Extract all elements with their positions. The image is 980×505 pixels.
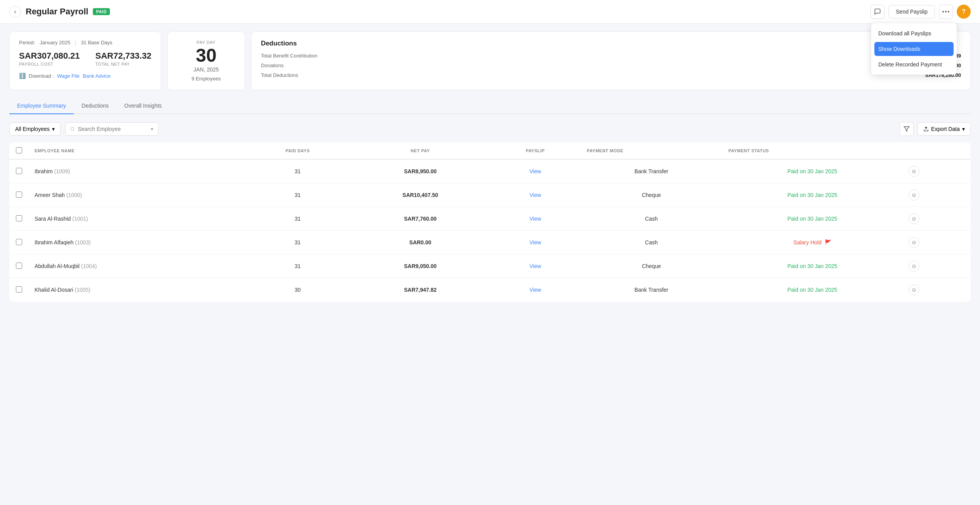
paid-badge: PAID [93,8,109,15]
total-net-pay-value: SAR72,733.32 [96,51,151,61]
deduction-label: Total Deductions [261,72,298,78]
top-bar-left: ‹ Regular Payroll PAID [9,6,110,17]
payment-mode-cell: Cheque [580,183,722,207]
row-checkbox[interactable] [16,192,22,198]
col-header-employee-name: EMPLOYEE NAME [28,143,245,160]
paid-status: Paid on 30 Jan 2025 [787,216,837,222]
view-payslip-link[interactable]: View [529,192,541,198]
table-row: Ibrahim (1009) 31 SAR8,950.00 View Bank … [10,159,971,183]
all-employees-button[interactable]: All Employees ▾ [9,122,61,136]
net-pay-cell: SAR7,760.00 [351,207,490,231]
net-pay-cell: SAR10,407.50 [351,183,490,207]
net-pay-cell: SAR7,947.82 [351,278,490,302]
paid-status: Paid on 30 Jan 2025 [787,263,837,269]
row-menu-button[interactable]: ⊖ [909,213,919,224]
payment-status-cell: Paid on 30 Jan 2025 [722,183,902,207]
payroll-cost-label: PAYROLL COST [19,62,80,66]
payday-label: PAY DAY [197,40,216,45]
payroll-cost-block: SAR307,080.21 PAYROLL COST [19,51,80,66]
row-checkbox-cell [10,254,29,278]
row-checkbox-cell [10,159,29,183]
row-menu-button[interactable]: ⊖ [909,190,919,200]
svg-marker-5 [904,127,909,131]
net-pay-cell: SAR0.00 [351,231,490,254]
tab-employee-summary[interactable]: Employee Summary [9,98,74,114]
view-payslip-link[interactable]: View [529,216,541,222]
dropdown-item-show-downloads[interactable]: Show Downloads [874,42,954,56]
row-menu-button[interactable]: ⊖ [909,261,919,272]
paid-days-cell: 31 [245,231,351,254]
export-icon [923,126,929,132]
view-payslip-link[interactable]: View [529,287,541,293]
back-button[interactable]: ‹ [9,6,21,17]
view-payslip-link[interactable]: View [529,239,541,246]
payslip-cell: View [490,207,581,231]
payment-status-cell: Paid on 30 Jan 2025 [722,278,902,302]
row-menu-button[interactable]: ⊖ [909,284,919,295]
help-button[interactable]: ? [957,5,971,19]
employee-id: (1000) [66,192,82,198]
employee-name: Khalid Al-Dosari [35,287,73,293]
col-header-payment-status: PAYMENT STATUS [722,143,902,160]
period-row: Period: January 2025 | 31 Base Days [19,40,151,45]
payment-mode-cell: Cheque [580,254,722,278]
base-days: 31 Base Days [81,40,112,45]
tab-deductions[interactable]: Deductions [74,98,116,114]
period-value: January 2025 [40,40,70,45]
send-payslip-button[interactable]: Send Payslip [888,5,935,18]
net-pay-cell: SAR8,950.00 [351,159,490,183]
employee-name: Sara Al-Rashid [35,216,71,222]
row-checkbox[interactable] [16,215,22,221]
hold-flag-icon: 🚩 [825,239,831,246]
payment-status-cell: Paid on 30 Jan 2025 [722,207,902,231]
search-icon [70,126,75,132]
message-button[interactable] [871,5,884,19]
row-menu-cell: ⊖ [902,207,970,231]
tabs: Employee SummaryDeductionsOverall Insigh… [9,98,971,114]
employee-id: (1003) [75,239,90,246]
deductions-card: Deductions Total Benefit ContributionSAR… [251,31,971,90]
paid-days-cell: 31 [245,159,351,183]
payroll-cost-value: SAR307,080.21 [19,51,80,61]
wage-file-link[interactable]: Wage File [57,73,80,79]
payment-status-cell: Paid on 30 Jan 2025 [722,254,902,278]
col-header-payslip: PAYSLIP [490,143,581,160]
svg-point-2 [948,11,949,12]
main-content: Period: January 2025 | 31 Base Days SAR3… [0,24,980,310]
row-menu-button[interactable]: ⊖ [909,166,919,177]
filter-button[interactable] [900,122,914,136]
export-button[interactable]: Export Data ▾ [917,122,971,136]
payment-status-cell: Salary Hold 🚩 [722,231,902,254]
top-bar: ‹ Regular Payroll PAID Send Payslip ? Do… [0,0,980,24]
view-payslip-link[interactable]: View [529,263,541,269]
bank-advice-link[interactable]: Bank Advice [83,73,111,79]
col-header-net-pay: NET PAY [351,143,490,160]
dropdown-item-delete-payment[interactable]: Delete Recorded Payment [871,57,957,71]
row-checkbox-cell [10,278,29,302]
employee-name-cell: Ibrahim (1009) [28,159,245,183]
row-menu-cell: ⊖ [902,159,970,183]
row-checkbox[interactable] [16,168,22,174]
svg-point-3 [71,127,74,131]
deduction-label: Donations [261,63,284,68]
row-menu-button[interactable]: ⊖ [909,237,919,248]
payday-employees: 9 Employees [191,76,221,82]
row-checkbox[interactable] [16,263,22,269]
col-header-paid-days: PAID DAYS [245,143,351,160]
employee-name: Ameer Shah [35,192,65,198]
total-net-pay-block: SAR72,733.32 TOTAL NET PAY [96,51,151,66]
dropdown-item-download-all[interactable]: Download all Payslips [871,26,957,40]
row-checkbox[interactable] [16,239,22,245]
search-input[interactable] [78,126,147,132]
dropdown-menu: Download all Payslips Show Downloads Del… [871,23,957,75]
salary-hold-status: Salary Hold 🚩 [794,239,831,246]
paid-status: Paid on 30 Jan 2025 [787,287,837,293]
view-payslip-link[interactable]: View [529,168,541,174]
payday-card: PAY DAY 30 JAN, 2025 9 Employees [167,31,245,90]
row-checkbox[interactable] [16,286,22,293]
col-header-actions [902,143,970,160]
summary-row: Period: January 2025 | 31 Base Days SAR3… [9,31,971,90]
tab-overall-insights[interactable]: Overall Insights [116,98,169,114]
more-options-button[interactable] [939,5,953,19]
select-all-checkbox[interactable] [16,147,22,153]
